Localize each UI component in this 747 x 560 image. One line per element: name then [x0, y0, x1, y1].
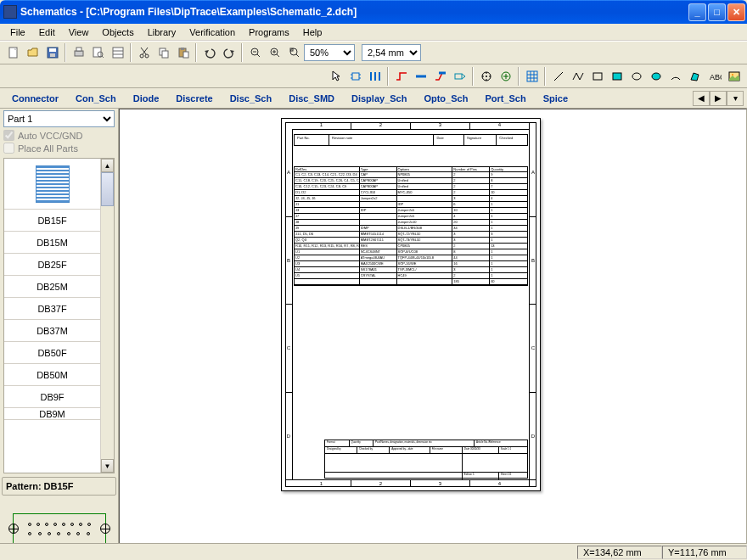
close-button[interactable]: ✕	[727, 3, 745, 21]
libtab-disc-smd[interactable]: Disc_SMD	[280, 91, 343, 106]
menu-view[interactable]: View	[62, 25, 96, 39]
pointer-icon[interactable]	[326, 67, 345, 86]
list-item[interactable]: DB50M	[4, 364, 100, 386]
bus-tool-icon[interactable]	[411, 67, 430, 86]
status-bar: X=134,62 mm Y=111,76 mm	[0, 543, 747, 560]
list-item[interactable]: DB50F	[4, 342, 100, 364]
libtab-next-icon[interactable]: ▶	[710, 91, 727, 106]
zoom-window-icon[interactable]	[284, 43, 304, 62]
scroll-thumb[interactable]	[101, 172, 114, 206]
zoom-select[interactable]: 50%	[304, 44, 355, 61]
poly-filled-icon[interactable]	[685, 67, 705, 86]
libtab-menu-icon[interactable]: ▾	[727, 91, 744, 106]
libtab-con-sch[interactable]: Con_Sch	[67, 91, 125, 106]
ellipse-icon[interactable]	[626, 67, 646, 86]
table-row: J2, J4, J5, J6Jumper2x234	[295, 196, 527, 202]
menu-programs[interactable]: Programs	[242, 25, 296, 39]
main-area: Part 1 Auto VCC/GND Place All Parts DB15…	[0, 109, 747, 560]
wire-tool-icon[interactable]	[391, 67, 411, 86]
save-icon[interactable]	[42, 43, 62, 62]
minimize-button[interactable]: _	[688, 3, 706, 21]
table-row: U4NS178A01TSP-3/MCL/31	[295, 267, 527, 273]
scroll-down-icon[interactable]: ▼	[101, 459, 114, 473]
net-port-icon[interactable]	[450, 67, 469, 86]
zoom-out-icon[interactable]	[245, 43, 265, 62]
svg-line-8	[102, 56, 104, 58]
line-icon[interactable]	[548, 67, 568, 86]
rect-icon[interactable]	[587, 67, 607, 86]
titles-icon[interactable]	[108, 43, 127, 62]
table-row: C1, C2, C3, C13, C14, C21, C22, D3, D4CA…	[295, 172, 527, 178]
preview-icon[interactable]	[88, 43, 108, 62]
libtab-port-sch[interactable]: Port_Sch	[476, 91, 534, 106]
component-preview[interactable]	[4, 159, 100, 210]
libtab-discrete[interactable]: Discrete	[167, 91, 221, 106]
side-panel: Part 1 Auto VCC/GND Place All Parts DB15…	[0, 109, 119, 560]
ellipse-filled-icon[interactable]	[646, 67, 666, 86]
menu-help[interactable]: Help	[296, 25, 329, 39]
print-icon[interactable]	[69, 43, 88, 62]
open-icon[interactable]	[23, 43, 42, 62]
table-row: J9IDMPDSLB-1/BR/348341	[295, 226, 527, 232]
list-item[interactable]: DB37M	[4, 320, 100, 342]
component-scrollbar[interactable]: ▲ ▼	[100, 159, 114, 473]
menu-library[interactable]: Library	[141, 25, 183, 39]
placement-toolbar: ABC	[0, 64, 747, 88]
polyline-icon[interactable]	[568, 67, 587, 86]
list-item[interactable]: DB37F	[4, 298, 100, 320]
menu-file[interactable]: File	[3, 25, 32, 39]
power-port-icon[interactable]	[476, 67, 496, 86]
part-selector[interactable]: Part 1	[3, 110, 115, 127]
maximize-button[interactable]: □	[708, 3, 726, 21]
cut-icon[interactable]	[134, 43, 154, 62]
text-icon[interactable]: ABC	[705, 67, 724, 86]
list-item[interactable]: DB15F	[4, 210, 100, 232]
arc-icon[interactable]	[666, 67, 685, 86]
list-item[interactable]: DB25M	[4, 276, 100, 298]
libtab-spice[interactable]: Spice	[535, 91, 576, 106]
schematic-canvas[interactable]: 1234 1234 ABCD ABCD Part No. Revision no…	[119, 109, 747, 560]
grid-select[interactable]: 2,54 mm	[362, 44, 421, 61]
libtab-disc-sch[interactable]: Disc_Sch	[222, 91, 281, 106]
table-row: Q2, Q3MMBT2907111SQT-73/YBL3231	[295, 238, 527, 244]
copy-icon[interactable]	[154, 43, 173, 62]
list-item[interactable]: DB9M	[4, 408, 100, 420]
image-icon[interactable]	[724, 67, 744, 86]
list-item[interactable]: DB15M	[4, 232, 100, 254]
zoom-in-icon[interactable]	[265, 43, 284, 62]
libtab-prev-icon[interactable]: ◀	[693, 91, 710, 106]
menu-verification[interactable]: Verification	[183, 25, 242, 39]
menubar: File Edit View Objects Library Verificat…	[0, 24, 747, 41]
ground-icon[interactable]	[496, 67, 515, 86]
libtab-connector[interactable]: Connector	[3, 91, 67, 106]
menu-edit[interactable]: Edit	[32, 25, 62, 39]
rect-filled-icon[interactable]	[607, 67, 626, 86]
bom-table: RefDes Type Options Number of Pins Quant…	[294, 166, 528, 286]
table-row: R10, R11, R12, R13, R15, R16, R7, R8, R9…	[295, 244, 527, 249]
libtab-display-sch[interactable]: Display_Sch	[343, 91, 415, 106]
place-component-icon[interactable]	[345, 67, 365, 86]
table-row: C11, C18, C19, C20, C25, C26, C4, C5, C7…	[295, 178, 527, 184]
auto-vcc-gnd-checkbox[interactable]	[3, 130, 14, 141]
place-all-parts-checkbox[interactable]	[3, 143, 14, 154]
title-block: FormatQuantityPart/Names, designation, m…	[324, 440, 528, 479]
libtab-opto-sch[interactable]: Opto_Sch	[415, 91, 476, 106]
new-icon[interactable]	[3, 43, 23, 62]
place-wire-icon[interactable]	[365, 67, 385, 86]
redo-icon[interactable]	[219, 43, 239, 62]
menu-objects[interactable]: Objects	[95, 25, 140, 39]
paste-icon[interactable]	[173, 43, 193, 62]
grid-icon[interactable]	[522, 67, 542, 86]
table-row: D1, D2CYCL350MYC-350210	[295, 190, 527, 196]
libtab-diode[interactable]: Diode	[125, 91, 168, 106]
svg-rect-19	[181, 48, 184, 50]
list-item[interactable]: DB25F	[4, 254, 100, 276]
svg-rect-40	[455, 74, 462, 79]
undo-icon[interactable]	[199, 43, 219, 62]
scroll-up-icon[interactable]: ▲	[101, 159, 114, 172]
svg-rect-3	[50, 53, 55, 57]
bus-connector-icon[interactable]	[430, 67, 450, 86]
status-y: Y=111,76 mm	[662, 546, 747, 559]
list-item[interactable]: DB9F	[4, 386, 100, 408]
table-row: U5CRYSTALHC4921	[295, 273, 527, 279]
